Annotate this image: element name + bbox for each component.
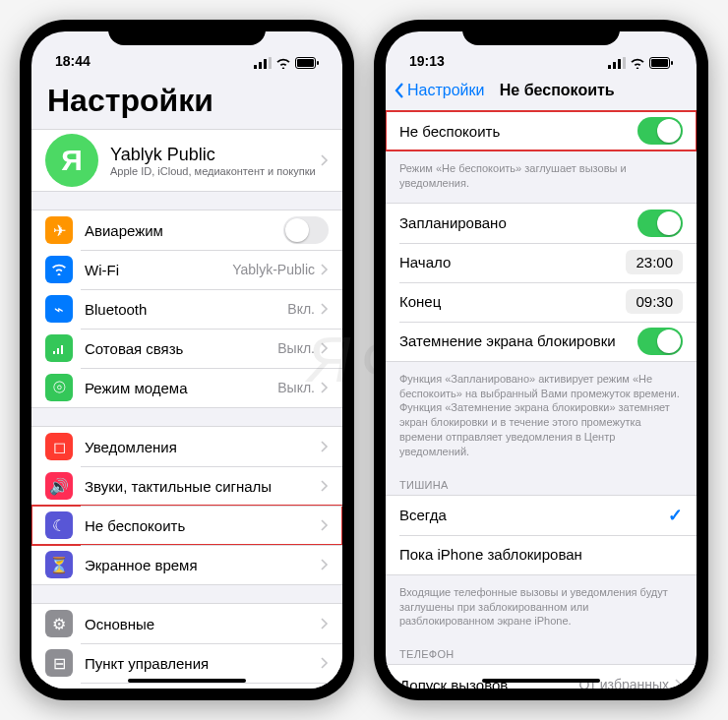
hourglass-icon: ⏳ <box>45 551 73 578</box>
svg-rect-6 <box>317 61 319 65</box>
status-indicators <box>254 57 319 69</box>
row-control-center[interactable]: ⊟ Пункт управления <box>31 643 342 683</box>
row-label: Звуки, тактильные сигналы <box>85 478 321 495</box>
row-label: Wi-Fi <box>85 262 232 278</box>
dnd-toggle[interactable] <box>637 117 683 145</box>
svg-rect-12 <box>618 59 621 69</box>
row-silence-locked[interactable]: Пока iPhone заблокирован <box>386 535 697 574</box>
row-label: Авиарежим <box>85 222 283 239</box>
row-start[interactable]: Начало 23:00 <box>386 243 697 282</box>
silence-footer: Входящие телефонные вызовы и уведомления… <box>386 581 697 641</box>
row-bluetooth[interactable]: ⌁ Bluetooth Вкл. <box>31 289 342 329</box>
row-display[interactable]: AA Экран и яркость <box>31 683 342 689</box>
phone-left: 18:44 Настройки Я Yablyk Public Apple ID… <box>20 20 354 700</box>
row-apple-id[interactable]: Я Yablyk Public Apple ID, iCloud, медиак… <box>31 130 342 191</box>
svg-rect-7 <box>53 351 55 354</box>
account-name: Yablyk Public <box>110 145 321 165</box>
svg-rect-3 <box>269 57 272 69</box>
row-label: Уведомления <box>85 439 321 455</box>
row-label: Пока iPhone заблокирован <box>399 546 683 563</box>
row-label: Режим модема <box>85 380 277 396</box>
svg-rect-0 <box>254 65 257 69</box>
row-label: Начало <box>399 254 626 270</box>
chevron-right-icon <box>321 152 329 169</box>
notch <box>108 20 266 45</box>
home-indicator[interactable] <box>128 679 246 683</box>
screen-dnd: 19:13 Настройки Не беспокоить Не беспоко… <box>386 31 697 689</box>
chevron-right-icon <box>321 301 329 318</box>
checkmark-icon: ✓ <box>668 505 683 526</box>
phone-header: ТЕЛЕФОН <box>386 640 697 664</box>
page-title: Настройки <box>31 71 342 129</box>
svg-rect-2 <box>264 59 267 69</box>
row-airplane[interactable]: ✈ Авиарежим <box>31 210 342 250</box>
row-general[interactable]: ⚙ Основные <box>31 604 342 643</box>
row-label: Всегда <box>399 507 668 523</box>
silence-header: ТИШИНА <box>386 471 697 495</box>
chevron-right-icon <box>321 262 329 278</box>
chevron-right-icon <box>321 557 329 573</box>
cellular-icon <box>45 334 73 362</box>
row-label: Сотовая связь <box>85 340 277 357</box>
signal-icon <box>608 57 626 69</box>
row-screentime[interactable]: ⏳ Экранное время <box>31 545 342 584</box>
home-indicator[interactable] <box>482 679 600 683</box>
status-time: 19:13 <box>409 53 445 69</box>
battery-icon <box>649 57 673 69</box>
account-group: Я Yablyk Public Apple ID, iCloud, медиак… <box>31 129 342 192</box>
row-label: Bluetooth <box>85 301 287 318</box>
start-time[interactable]: 23:00 <box>626 250 683 274</box>
battery-icon <box>295 57 319 69</box>
chevron-right-icon <box>321 478 329 495</box>
row-value: Вкл. <box>287 301 315 317</box>
notch <box>462 20 620 45</box>
row-dnd-toggle[interactable]: Не беспокоить <box>386 111 697 150</box>
row-value: Выкл. <box>277 340 315 356</box>
row-end[interactable]: Конец 09:30 <box>386 282 697 322</box>
row-value: Выкл. <box>277 380 315 395</box>
row-silence-always[interactable]: Всегда ✓ <box>386 496 697 535</box>
svg-rect-8 <box>57 348 59 354</box>
svg-rect-9 <box>61 345 63 354</box>
chevron-right-icon <box>321 380 329 396</box>
row-dim-lock[interactable]: Затемнение экрана блокировки <box>386 322 697 361</box>
row-allow-calls[interactable]: Допуск вызовов От избранных <box>386 665 697 689</box>
row-label: Конец <box>399 293 626 310</box>
settings-scroll[interactable]: Настройки Я Yablyk Public Apple ID, iClo… <box>31 71 342 689</box>
schedule-footer: Функция «Запланировано» активирует режим… <box>386 368 697 471</box>
wifi-icon <box>45 256 73 283</box>
allow-group: Допуск вызовов От избранных <box>386 664 697 689</box>
row-wifi[interactable]: Wi-Fi Yablyk-Public <box>31 250 342 289</box>
row-label: Не беспокоить <box>399 123 637 140</box>
row-notifications[interactable]: ◻ Уведомления <box>31 427 342 466</box>
bluetooth-icon: ⌁ <box>45 295 73 323</box>
svg-rect-1 <box>259 62 262 69</box>
row-label: Не беспокоить <box>85 517 321 534</box>
navbar: Настройки Не беспокоить <box>386 71 697 110</box>
wifi-icon <box>275 57 291 69</box>
nav-title: Не беспокоить <box>425 82 689 99</box>
row-hotspot[interactable]: ⦾ Режим модема Выкл. <box>31 368 342 407</box>
phone-right: 19:13 Настройки Не беспокоить Не беспоко… <box>374 20 708 700</box>
row-sounds[interactable]: 🔊 Звуки, тактильные сигналы <box>31 466 342 506</box>
chevron-right-icon <box>321 655 329 672</box>
scheduled-toggle[interactable] <box>637 210 683 237</box>
connectivity-group: ✈ Авиарежим Wi-Fi Yablyk-Public ⌁ Blueto… <box>31 210 342 408</box>
chevron-right-icon <box>321 616 329 632</box>
svg-rect-16 <box>671 61 673 65</box>
row-scheduled[interactable]: Запланировано <box>386 204 697 243</box>
chevron-right-icon <box>675 677 683 689</box>
dnd-main-group: Не беспокоить <box>386 110 697 151</box>
wifi-icon <box>630 57 645 69</box>
dnd-scroll[interactable]: Не беспокоить Режим «Не беспокоить» загл… <box>386 110 697 689</box>
end-time[interactable]: 09:30 <box>626 289 683 314</box>
row-dnd[interactable]: ☾ Не беспокоить <box>31 506 342 545</box>
row-label: Затемнение экрана блокировки <box>399 332 637 349</box>
account-sub: Apple ID, iCloud, медиаконтент и покупки <box>110 165 321 177</box>
hotspot-icon: ⦾ <box>45 374 73 401</box>
airplane-toggle[interactable] <box>283 216 329 244</box>
svg-rect-15 <box>651 59 668 67</box>
dim-toggle[interactable] <box>637 328 683 355</box>
row-cellular[interactable]: Сотовая связь Выкл. <box>31 329 342 368</box>
svg-rect-13 <box>623 57 626 69</box>
